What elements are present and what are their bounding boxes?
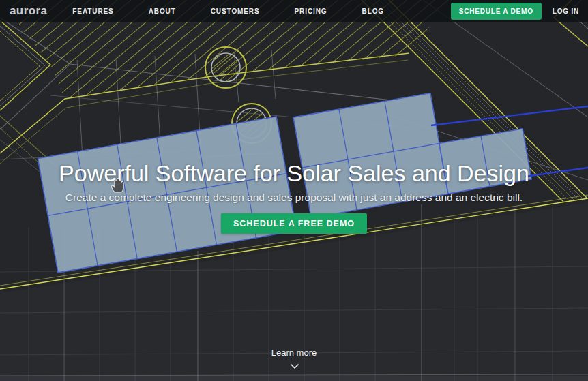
grab-cursor-icon [109,174,127,195]
bottom-strip [0,376,588,381]
chevron-down-icon[interactable] [290,363,299,369]
hero-title: Powerful Software for Solar Sales and De… [0,160,588,187]
schedule-free-demo-button[interactable]: SCHEDULE A FREE DEMO [221,213,367,234]
hero-cta-wrap: SCHEDULE A FREE DEMO [0,213,588,234]
nav-item-about[interactable]: ABOUT [149,7,176,15]
aurora-logo[interactable]: aurora [10,4,47,18]
tree-circle-1 [205,47,246,88]
cad-design-scene [0,0,588,381]
nav-item-pricing[interactable]: PRICING [295,7,327,15]
app-header: aurora FEATURES ABOUT CUSTOMERS PRICING … [0,0,588,22]
nav-item-customers[interactable]: CUSTOMERS [211,7,260,15]
main-nav: FEATURES ABOUT CUSTOMERS PRICING BLOG [72,7,384,15]
nav-item-features[interactable]: FEATURES [72,7,113,15]
header-right-group: SCHEDULE A DEMO LOG IN [451,3,579,20]
schedule-demo-button[interactable]: SCHEDULE A DEMO [451,3,542,20]
learn-more-link[interactable]: Learn more [0,348,588,358]
hero-subtitle: Create a complete engineering design and… [0,192,588,204]
nav-item-blog[interactable]: BLOG [362,7,385,15]
login-link[interactable]: LOG IN [553,7,579,15]
